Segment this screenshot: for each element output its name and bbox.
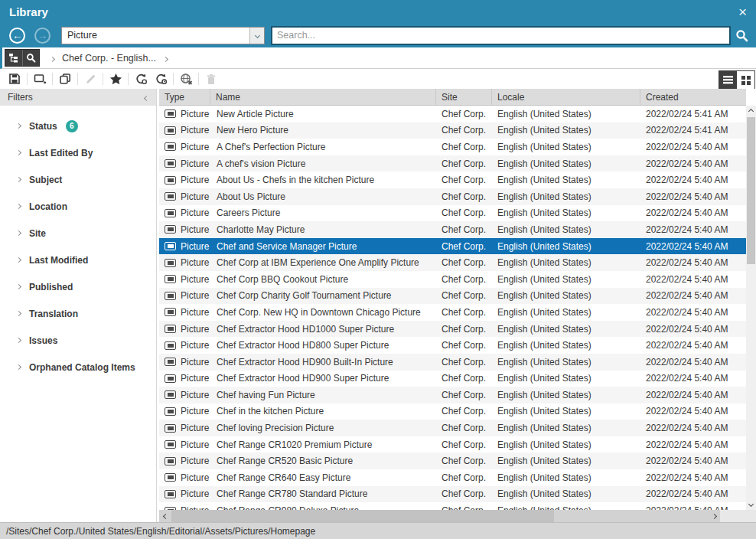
add-media-button[interactable]	[30, 70, 50, 87]
table-row[interactable]: PictureChef Range CR780 Standard Picture…	[159, 486, 746, 503]
list-view-button[interactable]	[719, 71, 737, 89]
scroll-up-icon[interactable]	[746, 106, 756, 117]
table-row[interactable]: PictureChef Extractor Hood HD1000 Super …	[159, 321, 746, 338]
cell-locale: English (United States)	[492, 321, 640, 338]
table-row[interactable]: PictureA Chef's Perfection PictureChef C…	[159, 139, 746, 155]
table-row[interactable]: PictureChef Corp Charity Golf Tournament…	[159, 288, 746, 305]
type-filter-dropdown[interactable]: Picture	[61, 27, 265, 44]
filters-panel: Filters Status6Last Edited BySubjectLoca…	[0, 89, 157, 522]
search-input[interactable]	[271, 26, 731, 45]
filter-item-last-edited-by[interactable]: Last Edited By	[0, 139, 156, 166]
cell-created: 2022/02/24 5:40 AM	[640, 321, 746, 338]
column-header-created[interactable]: Created	[640, 89, 746, 105]
tree-view-button[interactable]	[5, 50, 22, 66]
cell-name: About Us - Chefs in the kitchen Picture	[210, 172, 436, 188]
table-row[interactable]: PictureChef Range CR520 Basic PictureChe…	[159, 452, 746, 469]
cell-created: 2022/02/24 5:40 AM	[640, 469, 746, 486]
table-row[interactable]: PictureChef Extractor Hood HD900 Super P…	[159, 371, 746, 387]
cell-created: 2022/02/24 5:40 AM	[640, 188, 746, 205]
scroll-left-icon[interactable]	[159, 510, 171, 522]
results-table: Type Name Site Locale Created PictureNew…	[159, 89, 746, 510]
favorite-button[interactable]	[106, 70, 125, 87]
copy-button[interactable]	[55, 70, 75, 87]
cell-name: Chef Extractor Hood HD800 Super Picture	[210, 337, 436, 354]
type-label: Picture	[181, 207, 209, 218]
cell-type: Picture	[159, 122, 210, 139]
filter-item-location[interactable]: Location	[0, 193, 156, 220]
horizontal-scrollbar-thumb[interactable]	[171, 510, 554, 522]
cell-site: Chef Corp.	[436, 452, 492, 469]
cell-site: Chef Corp.	[436, 354, 492, 371]
table-row[interactable]: PictureChef Range CR1020 Premium Picture…	[159, 436, 746, 453]
breadcrumb-item[interactable]: Chef Corp. - English...	[62, 53, 156, 64]
table-row[interactable]: PictureCareers PictureChef Corp.English …	[159, 205, 746, 222]
filter-item-last-modified[interactable]: Last Modified	[0, 247, 156, 273]
filter-item-issues[interactable]: Issues	[0, 327, 156, 354]
column-header-site[interactable]: Site	[436, 89, 492, 105]
table-row[interactable]: PictureChef Corp. New HQ in Downtown Chi…	[159, 304, 746, 321]
filter-item-translation[interactable]: Translation	[0, 300, 156, 327]
cell-site: Chef Corp.	[436, 205, 492, 222]
table-row[interactable]: PictureNew Article PictureChef Corp.Engl…	[159, 106, 746, 122]
horizontal-scrollbar[interactable]	[159, 510, 720, 522]
vertical-scrollbar-thumb[interactable]	[747, 117, 755, 264]
vertical-scrollbar[interactable]	[746, 106, 756, 510]
save-button[interactable]	[5, 70, 24, 87]
star-icon	[109, 73, 122, 85]
type-label: Picture	[181, 274, 209, 285]
cell-type: Picture	[159, 354, 210, 371]
type-label: Picture	[181, 109, 209, 119]
filter-item-label: Orphaned Catalog Items	[29, 362, 135, 373]
back-button[interactable]: ←	[9, 28, 25, 44]
table-row[interactable]: PictureAbout Us PictureChef Corp.English…	[159, 188, 746, 205]
type-label: Picture	[181, 390, 209, 400]
table-row[interactable]: PictureChef Corp at IBM Experience One A…	[159, 254, 746, 271]
table-row[interactable]: PictureChef Extractor Hood HD800 Super P…	[159, 337, 746, 354]
cell-name: About Us Picture	[210, 188, 436, 205]
cell-locale: English (United States)	[492, 122, 640, 139]
cell-created: 2022/02/24 5:40 AM	[640, 172, 746, 188]
column-header-type[interactable]: Type	[159, 89, 210, 105]
table-row[interactable]: PictureChef in the kitchen PictureChef C…	[159, 403, 746, 420]
search-icon[interactable]	[735, 29, 748, 42]
cell-name: Careers Picture	[210, 205, 436, 222]
scroll-down-icon[interactable]	[746, 498, 756, 510]
close-icon[interactable]: ×	[738, 5, 747, 19]
filter-item-site[interactable]: Site	[0, 220, 156, 247]
filter-item-status[interactable]: Status6	[0, 113, 156, 139]
cell-type: Picture	[159, 371, 210, 387]
filter-item-subject[interactable]: Subject	[0, 166, 156, 193]
refresh-publish-button[interactable]	[131, 70, 151, 87]
forward-button[interactable]: →	[34, 28, 51, 44]
table-row[interactable]: PictureAbout Us - Chefs in the kitchen P…	[159, 172, 746, 188]
add-media-icon	[34, 73, 47, 85]
picture-type-icon	[165, 126, 176, 135]
edit-button[interactable]	[80, 70, 100, 87]
table-row[interactable]: PictureCharlotte May PictureChef Corp.En…	[159, 221, 746, 238]
cell-type: Picture	[159, 502, 210, 510]
delete-button[interactable]	[201, 70, 221, 87]
table-row[interactable]: PictureChef Corp BBQ Cookout PictureChef…	[159, 271, 746, 288]
table-row[interactable]: PictureA chef's vision PictureChef Corp.…	[159, 155, 746, 172]
table-row[interactable]: PictureChef Range CR980 Deluxe PictureCh…	[159, 502, 746, 510]
cell-locale: English (United States)	[492, 486, 640, 503]
picture-type-icon	[165, 457, 176, 466]
refresh-history-button[interactable]	[151, 70, 171, 87]
scroll-right-icon[interactable]	[708, 510, 720, 522]
table-row[interactable]: PictureNew Hero PictureChef Corp.English…	[159, 122, 746, 139]
filter-item-orphaned-catalog-items[interactable]: Orphaned Catalog Items	[0, 354, 156, 381]
filter-item-published[interactable]: Published	[0, 273, 156, 300]
grid-view-button[interactable]	[737, 71, 754, 89]
table-row[interactable]: PictureChef loving Precision PictureChef…	[159, 420, 746, 436]
column-header-name[interactable]: Name	[210, 89, 436, 105]
table-row[interactable]: PictureChef having Fun PictureChef Corp.…	[159, 387, 746, 403]
search-view-button[interactable]	[22, 50, 39, 66]
remove-language-button[interactable]	[176, 70, 196, 87]
table-row[interactable]: PictureChef Range CR640 Easy PictureChef…	[159, 469, 746, 486]
cell-locale: English (United States)	[492, 288, 640, 305]
table-row[interactable]: PictureChef Extractor Hood HD900 Built-I…	[159, 354, 746, 371]
picture-type-icon	[165, 308, 176, 316]
column-header-locale[interactable]: Locale	[492, 89, 640, 105]
table-row[interactable]: PictureChef and Service Manager PictureC…	[159, 238, 746, 255]
collapse-panel-icon[interactable]	[145, 92, 148, 103]
